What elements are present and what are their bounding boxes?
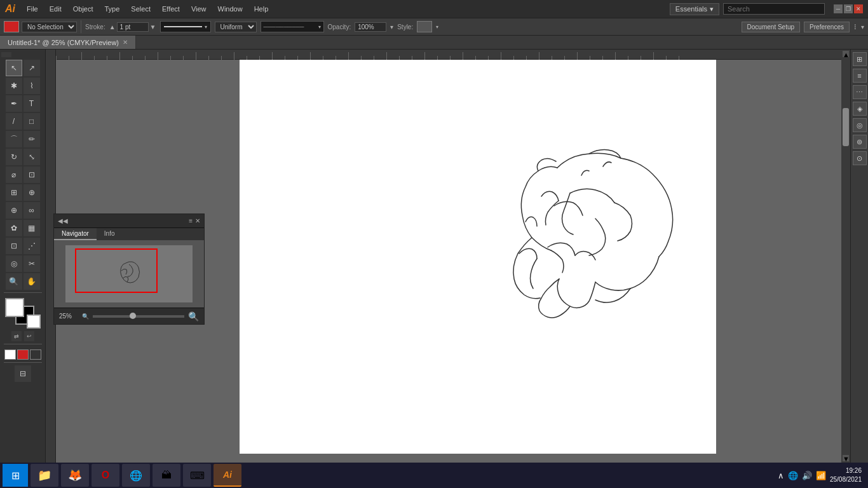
sys-tray-arrow[interactable]: ∧	[778, 471, 784, 480]
type-tool[interactable]: T	[24, 95, 40, 112]
screen-mode-button[interactable]: ⊟	[15, 365, 31, 382]
volume-icon[interactable]: 🔊	[802, 471, 812, 480]
eyedropper-tool[interactable]: ⊕	[6, 202, 22, 219]
scroll-up-button[interactable]: ▲	[843, 51, 849, 57]
tool-row-11: ⊡ ⋰	[6, 238, 40, 254]
document-tab[interactable]: Untitled-1* @ 25% (CMYK/Preview) ✕	[0, 36, 136, 49]
swap-colors-button[interactable]: ⇄	[11, 331, 22, 341]
restore-button[interactable]: ❐	[844, 4, 853, 13]
rotate-tool[interactable]: ↻	[6, 149, 22, 165]
scale-tool[interactable]: ⤡	[24, 149, 40, 165]
menu-view[interactable]: View	[186, 4, 212, 14]
blend-tool[interactable]: ∞	[24, 202, 40, 219]
style-selector[interactable]	[417, 21, 432, 32]
zoom-tool[interactable]: 🔍	[6, 273, 22, 290]
network-icon[interactable]: 🌐	[788, 471, 798, 480]
nav-viewport-box[interactable]	[75, 248, 158, 293]
menu-effect[interactable]: Effect	[157, 4, 185, 14]
default-colors-button[interactable]: ↩	[24, 331, 34, 341]
essentials-dropdown[interactable]: Essentials ▾	[670, 3, 719, 15]
eraser-tool[interactable]: ◎	[6, 255, 22, 272]
menu-file[interactable]: File	[22, 4, 43, 14]
panel-menu-button[interactable]: ≡	[189, 217, 193, 224]
menu-window[interactable]: Window	[213, 4, 248, 14]
line-tool[interactable]: /	[6, 113, 22, 130]
options-menu-icon[interactable]: ▾	[861, 24, 864, 30]
start-button[interactable]: ⊞	[3, 464, 28, 487]
minimize-button[interactable]: ─	[834, 4, 843, 13]
warp-tool[interactable]: ⌀	[6, 166, 22, 183]
nav-thumbnail[interactable]	[65, 245, 193, 302]
zoom-in-icon[interactable]: 🔍	[188, 311, 199, 322]
tool-row-8: ⊞ ⊕	[6, 184, 40, 201]
panel-align-button[interactable]: ◎	[853, 118, 867, 132]
stroke-profile-select[interactable]: Uniform	[215, 22, 257, 32]
selection-type-select[interactable]: No Selection	[22, 22, 77, 32]
hand-tool[interactable]: ✋	[24, 273, 40, 290]
taskbar-firefox[interactable]: 🦊	[61, 464, 89, 487]
pen-tool[interactable]: ✒	[6, 95, 22, 112]
menu-select[interactable]: Select	[126, 4, 156, 14]
normal-mode-icon[interactable]	[4, 349, 16, 360]
taskbar-file-explorer[interactable]: 📁	[31, 464, 58, 487]
taskbar-opera[interactable]: O	[92, 464, 119, 487]
lasso-tool[interactable]: ⌇	[24, 78, 40, 94]
scissors-tool[interactable]: ✂	[24, 255, 40, 272]
stroke-weight-input[interactable]	[117, 22, 149, 32]
document-setup-button[interactable]: Document Setup	[742, 22, 801, 32]
close-button[interactable]: ✕	[854, 4, 863, 13]
fill-color-box[interactable]	[4, 21, 19, 32]
pencil-tool[interactable]: ✏	[24, 131, 40, 147]
magic-wand-tool[interactable]: ✱	[6, 78, 22, 94]
taskbar-illustrator[interactable]: Ai	[214, 464, 241, 487]
column-graph-tool[interactable]: ▦	[24, 220, 40, 236]
taskbar-photos[interactable]: 🏔	[153, 464, 180, 487]
paintbrush-tool[interactable]: ⌒	[6, 131, 22, 147]
panel-pathfinder-button[interactable]: ⊚	[853, 135, 867, 149]
artboard-tool[interactable]: ⊡	[6, 238, 22, 254]
wifi-icon[interactable]: 📶	[816, 471, 826, 480]
fill-mode-icon[interactable]	[17, 349, 29, 360]
menu-object[interactable]: Object	[68, 4, 98, 14]
brain-drawing	[443, 142, 697, 333]
taskbar-chrome[interactable]: 🌐	[122, 464, 150, 487]
foreground-color-swatch[interactable]	[5, 298, 24, 317]
menu-edit[interactable]: Edit	[44, 4, 67, 14]
chrome-icon: 🌐	[130, 470, 142, 482]
zoom-slider[interactable]	[93, 315, 184, 318]
reshape-tool[interactable]: ⊡	[24, 166, 40, 183]
panel-libraries-button[interactable]: ⊞	[853, 52, 867, 66]
direct-selection-tool[interactable]: ↗	[24, 60, 40, 76]
panel-properties-button[interactable]: ≡	[853, 69, 867, 83]
vertical-scroll-thumb[interactable]	[843, 108, 849, 146]
menu-type[interactable]: Type	[100, 4, 125, 14]
menu-help[interactable]: Help	[249, 4, 274, 14]
system-clock[interactable]: 19:26 25/08/2021	[830, 466, 862, 484]
stroke-swatch[interactable]	[27, 315, 41, 329]
selection-tool[interactable]: ↖	[6, 60, 22, 76]
preferences-button[interactable]: Preferences	[804, 22, 850, 32]
arrange-icon[interactable]: ⫶	[853, 22, 857, 31]
slice-tool[interactable]: ⋰	[24, 238, 40, 254]
taskbar-keyboard[interactable]: ⌨	[183, 464, 211, 487]
tab-info[interactable]: Info	[97, 228, 123, 240]
tab-navigator[interactable]: Navigator	[54, 228, 97, 240]
pattern-mode-icon[interactable]	[30, 349, 41, 360]
opacity-input[interactable]	[355, 22, 386, 32]
shape-builder-tool[interactable]: ⊕	[24, 184, 40, 201]
zoom-slider-thumb[interactable]	[130, 313, 136, 319]
symbol-sprayer-tool[interactable]: ✿	[6, 220, 22, 236]
rectangle-tool[interactable]: □	[24, 113, 40, 130]
collapse-arrow-icon[interactable]: ◀◀	[58, 217, 68, 224]
scroll-down-button[interactable]: ▼	[843, 455, 849, 461]
panel-transform-button[interactable]: ◈	[853, 102, 867, 116]
tab-close-button[interactable]: ✕	[123, 39, 128, 46]
search-input[interactable]	[723, 3, 825, 15]
panel-close-button[interactable]: ✕	[195, 217, 200, 224]
panel-layers-button[interactable]: ⋯	[853, 85, 867, 99]
stroke-line-selector[interactable]: ▾	[160, 21, 211, 32]
panel-appearance-button[interactable]: ⊙	[853, 151, 867, 165]
vertical-scrollbar[interactable]: ▲ ▼	[841, 50, 850, 463]
zoom-out-icon[interactable]: 🔍	[82, 313, 89, 320]
free-transform-tool[interactable]: ⊞	[6, 184, 22, 201]
